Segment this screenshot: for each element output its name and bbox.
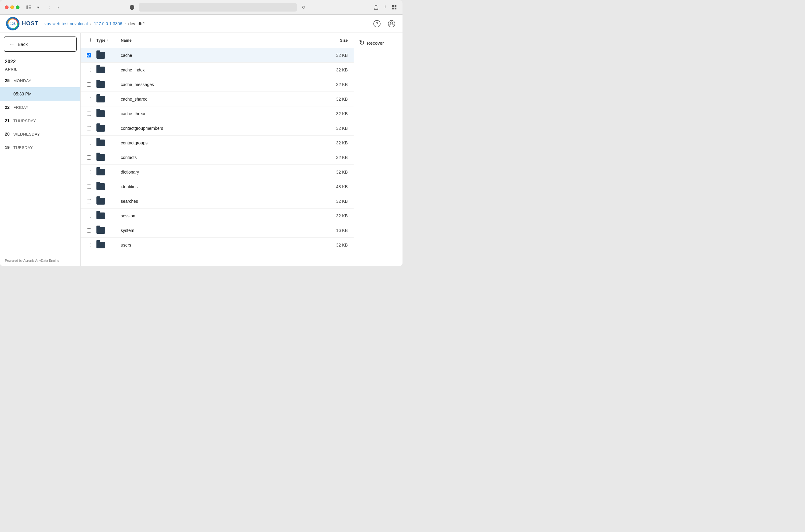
app-container: 123 HOST vps-web-test.novalocal › 127.0.… [0,15,403,266]
year-label: 2022 [0,55,80,66]
date-entry-19[interactable]: 19 TUESDAY [0,141,80,154]
row-checkbox-input-8[interactable] [87,170,91,174]
row-checkbox-input-3[interactable] [87,97,91,101]
row-name-11: session [121,213,324,218]
table-row[interactable]: system 16 KB [80,223,354,238]
table-row[interactable]: contacts 32 KB [80,150,354,165]
row-checkbox-8[interactable] [87,170,93,174]
address-bar[interactable] [139,3,297,12]
row-checkbox-10[interactable] [87,199,93,203]
row-checkbox-5[interactable] [87,126,93,130]
date-entry-20[interactable]: 20 WEDNESDAY [0,127,80,141]
recover-label: Recover [367,40,384,45]
row-checkbox-input-13[interactable] [87,243,91,247]
row-checkbox-0[interactable] [87,53,93,57]
row-checkbox-1[interactable] [87,68,93,72]
row-checkbox-input-7[interactable] [87,155,91,159]
recover-button[interactable]: ↻ Recover [359,39,398,47]
row-checkbox-input-12[interactable] [87,228,91,232]
time-text: 05:33 PM [13,92,32,96]
svg-rect-2 [29,7,31,7]
row-checkbox-input-1[interactable] [87,68,91,72]
share-button[interactable] [373,4,379,11]
row-checkbox-input-9[interactable] [87,185,91,189]
row-checkbox-input-6[interactable] [87,141,91,145]
folder-type-icon-5 [96,125,121,132]
breadcrumb-sep-1: › [90,22,91,26]
table-row[interactable]: contactgroups 32 KB [80,136,354,150]
row-checkbox-7[interactable] [87,155,93,159]
col-name-header: Name [121,38,324,42]
svg-rect-1 [29,5,31,6]
folder-icon-4 [96,110,105,117]
table-row[interactable]: searches 32 KB [80,194,354,209]
table-row[interactable]: users 32 KB [80,238,354,252]
row-size-11: 32 KB [324,213,348,218]
table-row[interactable]: cache_shared 32 KB [80,92,354,107]
help-button[interactable]: ? [372,19,382,28]
chevron-down-icon[interactable]: ▾ [35,4,41,11]
table-row[interactable]: session 32 KB [80,209,354,223]
folder-icon-12 [96,227,105,234]
row-checkbox-input-0[interactable] [87,53,91,57]
row-checkbox-input-10[interactable] [87,199,91,203]
sidebar-toggle-button[interactable] [25,4,32,11]
minimize-button[interactable] [10,5,14,9]
time-entry-selected[interactable]: 05:33 PM [0,87,80,101]
row-size-9: 48 KB [324,184,348,189]
table-row[interactable]: contactgroupmembers 32 KB [80,121,354,136]
row-checkbox-12[interactable] [87,228,93,232]
date-entry-22[interactable]: 22 FRIDAY [0,101,80,114]
folder-type-icon-1 [96,66,121,73]
row-size-0: 32 KB [324,53,348,58]
row-checkbox-input-4[interactable] [87,112,91,116]
folder-icon-6 [96,139,105,146]
select-all-input[interactable] [87,38,91,42]
table-row[interactable]: cache_messages 32 KB [80,77,354,92]
grid-view-button[interactable] [391,4,398,11]
row-checkbox-13[interactable] [87,243,93,247]
date-entry-25[interactable]: 25 MONDAY [0,74,80,87]
nav-forward-button[interactable]: › [54,3,63,12]
maximize-button[interactable] [16,5,19,9]
row-checkbox-11[interactable] [87,214,93,218]
row-size-3: 32 KB [324,97,348,101]
svg-rect-3 [29,8,31,9]
row-checkbox-9[interactable] [87,185,93,189]
row-name-5: contactgroupmembers [121,126,324,131]
reload-button[interactable]: ↻ [299,3,308,12]
table-row[interactable]: cache 32 KB [80,48,354,63]
row-checkbox-2[interactable] [87,82,93,87]
date-number-21: 21 [5,118,13,123]
table-row[interactable]: cache_thread 32 KB [80,107,354,121]
date-entry-21[interactable]: 21 THURSDAY [0,114,80,127]
row-name-10: searches [121,199,324,204]
row-checkbox-input-2[interactable] [87,82,91,87]
nav-back-button[interactable]: ‹ [45,3,54,12]
breadcrumb-server[interactable]: vps-web-test.novalocal [44,21,88,26]
table-row[interactable]: identities 48 KB [80,179,354,194]
folder-type-icon-4 [96,110,121,117]
add-tab-button[interactable]: + [382,4,388,11]
back-button[interactable]: ← Back [4,37,77,52]
row-checkbox-input-5[interactable] [87,126,91,130]
svg-point-13 [391,22,393,24]
row-name-13: users [121,243,324,247]
table-row[interactable]: cache_index 32 KB [80,63,354,77]
select-all-checkbox[interactable] [87,38,93,43]
breadcrumb-port[interactable]: 127.0.0.1:3306 [94,21,122,26]
row-checkbox-6[interactable] [87,141,93,145]
window-controls: ▾ [25,4,41,11]
row-checkbox-3[interactable] [87,97,93,101]
back-arrow-icon: ← [9,41,15,48]
user-account-button[interactable] [387,19,397,28]
col-type-header[interactable]: Type ↑ [96,38,121,42]
row-size-6: 32 KB [324,140,348,145]
table-row[interactable]: dictionary 32 KB [80,165,354,179]
row-checkbox-input-11[interactable] [87,214,91,218]
svg-rect-4 [392,5,394,7]
row-checkbox-4[interactable] [87,112,93,116]
logo-text: HOST [22,20,38,27]
row-name-3: cache_shared [121,97,324,101]
close-button[interactable] [5,5,8,9]
